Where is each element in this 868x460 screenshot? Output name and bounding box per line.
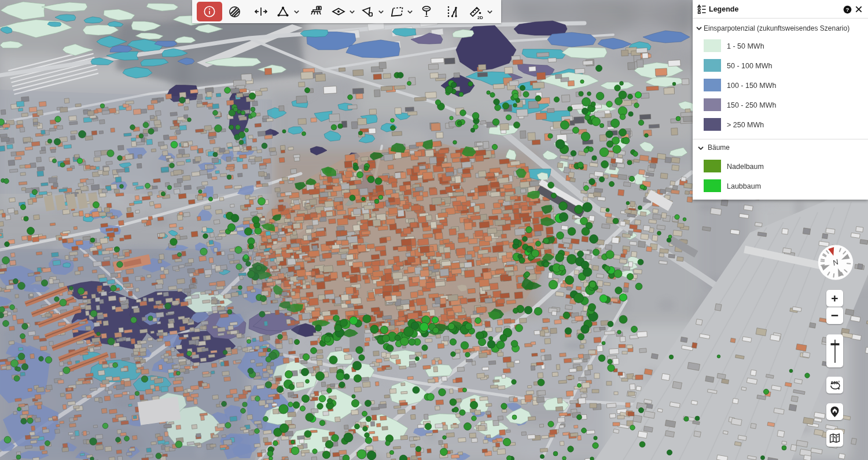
svg-text:?: ? (846, 7, 849, 13)
